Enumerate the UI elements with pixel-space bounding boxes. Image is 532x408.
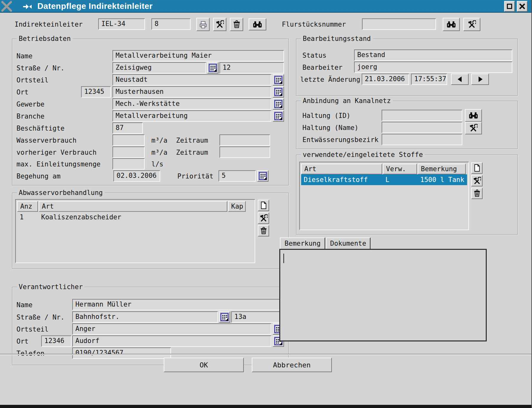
ort-field[interactable]: Musterhausen [112,86,271,98]
plz-field[interactable]: 12345 [81,86,111,98]
abwasser-table-header[interactable]: Anz Art Kap [17,201,253,212]
haltung-name-field[interactable] [382,122,462,133]
haltung-search-button[interactable] [465,109,482,122]
max-einleitungsmenge-label: max. Einleitungsmenge [16,160,101,168]
edit-tools-button[interactable] [213,18,226,31]
tab-bemerkung[interactable]: Bemerkung [280,237,325,249]
gewerbe-picker-button[interactable] [273,98,284,110]
abwasser-table[interactable]: Anz Art Kap 1 Koaliszenzabscheider [15,199,255,263]
flurstueck-tools-button[interactable] [463,18,480,31]
close-button[interactable] [517,1,528,12]
branche-picker-button[interactable] [273,110,284,122]
cancel-button[interactable]: Abbrechen [252,358,332,372]
aenderung-datum-field[interactable]: 21.03.2006 [362,74,409,85]
stoffe-delete-button[interactable] [471,188,483,199]
abwasser-delete-button[interactable] [258,225,269,236]
status-label: Status [302,51,326,60]
stoffe-table-row-selected[interactable]: Dieselkraftstoff L 1500 l Tank [301,174,467,185]
aenderung-zeit-field[interactable]: 17:55:37 [411,74,447,85]
haltung-tools-button[interactable] [465,122,482,134]
prioritaet-picker-button[interactable] [257,170,269,182]
wasserverbrauch-field[interactable] [112,134,145,146]
verantwortlicher-legend: Verantwortlicher [17,283,85,291]
verantwortlicher-ort-field[interactable]: Audorf [72,335,271,347]
ortsteil-label: Ortsteil [16,76,48,84]
prioritaet-field[interactable]: 5 [218,170,256,182]
max-einleitungsmenge-field[interactable] [112,158,145,170]
entwaesserungsbezirk-field[interactable] [382,134,462,145]
delete-button[interactable] [230,18,243,31]
history-next-button[interactable] [471,74,489,85]
telefon-field[interactable]: 0190/1234567 [72,347,171,359]
new-document-icon [473,164,481,172]
abwasser-header-art[interactable]: Art [39,201,227,212]
indirekteinleiter-number-field[interactable]: 8 [151,18,191,30]
ls-unit-label: l/s [151,160,163,168]
name-field[interactable]: Metallverarbeitung Maier [112,50,284,62]
branche-field[interactable]: Metallverarbeitung [112,110,271,122]
verantwortlicher-strasse-field[interactable]: Bahnhofstr. [72,311,218,323]
zeitraum1-field[interactable] [219,134,270,146]
beschaeftigte-field[interactable]: 87 [112,122,143,134]
verantwortlicher-hausnr-field[interactable]: 13a [231,311,284,323]
abwasser-cell-anz: 1 [17,212,39,223]
ortsteil-field[interactable]: Neustadt [112,74,271,86]
verantwortlicher-name-field[interactable]: Hermann Müller [72,299,284,310]
zeitraum2-field[interactable] [219,146,270,158]
bemerkung-textarea[interactable] [279,249,487,341]
abwasser-new-button[interactable] [258,200,269,211]
ort-picker-button[interactable] [273,86,284,98]
table-grid-icon [220,313,229,321]
bearbeiter-label: Bearbeiter [302,63,342,72]
stoffe-header-bemerkung[interactable]: Bemerkung [418,164,466,174]
strasse-picker-button[interactable] [207,62,218,74]
abwasser-header-anz[interactable]: Anz [17,201,38,212]
abwasser-edit-button[interactable] [258,212,269,224]
ortsteil-picker-button[interactable] [273,74,284,86]
text-cursor [283,254,284,263]
strasse-field[interactable]: Zeisigweg [112,62,206,74]
begehung-field[interactable]: 02.03.2006 [113,170,160,182]
verantwortlicher-ortsteil-label: Ortsteil [16,325,48,334]
ort-label: Ort [16,88,28,96]
verantwortlicher-ortsteil-field[interactable]: Anger [72,323,271,335]
flurstuecksnummer-field[interactable] [362,18,436,30]
stoffe-header-art[interactable]: Art [301,164,382,174]
arrow-right-icon [476,75,484,83]
prioritaet-label: Priorität [177,172,213,180]
arrow-left-icon [456,75,464,83]
verantwortlicher-strasse-picker-button[interactable] [219,311,230,323]
history-prev-button[interactable] [451,74,469,85]
stoffe-new-button[interactable] [471,162,483,174]
hausnr-field[interactable]: 12 [219,62,284,74]
haltung-id-field[interactable] [382,110,462,121]
bearbeiter-field[interactable]: joerg [354,62,512,73]
haltung-id-label: Haltung (ID) [302,112,351,120]
search-flurstueck-button[interactable] [443,18,460,31]
search-indirekteinleiter-button[interactable] [249,18,266,30]
tools-icon [468,20,476,29]
abwasser-table-row[interactable]: 1 Koaliszenzabscheider [17,212,253,223]
stoffe-table[interactable]: Art Verw. Bemerkung Dieselkraftstoff L 1… [299,162,469,230]
verantwortlicher-plz-field[interactable]: 12346 [41,335,72,347]
m3a-unit-label: m³/a [151,136,168,145]
indirekteinleiter-id-field[interactable]: IEL-34 [98,18,145,30]
tab-dokumente[interactable]: Dokumente [326,237,370,249]
table-grid-icon [274,100,282,108]
gewerbe-field[interactable]: Mech.-Werkstätte [112,98,271,110]
letzte-aenderung-label: letzte Änderung [300,75,360,84]
vorheriger-verbrauch-field[interactable] [112,146,145,158]
table-grid-icon [274,88,282,96]
table-grid-icon [274,112,282,120]
name-label: Name [16,52,33,60]
print-button[interactable] [196,18,210,31]
status-field[interactable]: Bestand [354,49,512,61]
stoffe-header-verw[interactable]: Verw. [383,164,417,174]
stoffe-table-header[interactable]: Art Verw. Bemerkung [301,164,467,174]
abwasser-header-kap[interactable]: Kap [228,201,246,212]
ok-button[interactable]: OK [164,358,244,372]
maximize-button[interactable] [504,1,515,12]
stoffe-edit-button[interactable] [471,175,483,186]
telefon-label: Telefon [16,349,45,358]
title-bar[interactable]: Datenpflege Indirekteinleiter [0,0,532,13]
